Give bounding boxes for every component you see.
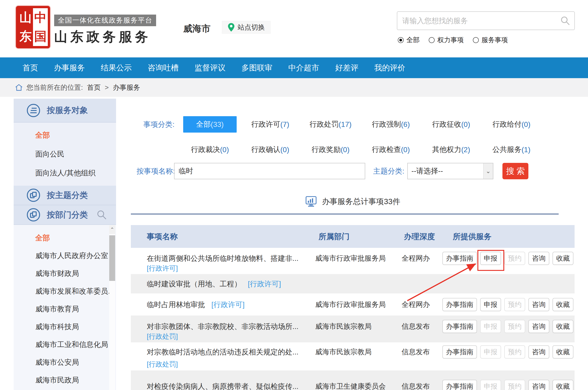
consult-button[interactable]: 咨询 xyxy=(528,252,549,265)
category-tab[interactable]: 公共服务(1) xyxy=(481,142,542,158)
category-tab-count: (2) xyxy=(461,146,470,154)
radio-icon[interactable] xyxy=(473,37,479,43)
nav-item[interactable]: 多图联审 xyxy=(234,63,280,73)
search-scope-option[interactable]: 服务事项 xyxy=(473,36,508,45)
item-name-link[interactable]: 在街道两侧和公共场所临时堆放物料、搭建非... xyxy=(147,253,299,263)
nav-item[interactable]: 结果公示 xyxy=(93,63,140,73)
department-item[interactable]: 全部 xyxy=(14,229,116,247)
category-tab[interactable]: 行政确认(0) xyxy=(240,142,300,158)
consult-button[interactable]: 咨询 xyxy=(528,298,549,311)
consult-button[interactable]: 咨询 xyxy=(528,380,549,390)
item-name-link[interactable]: 对宗教临时活动地点的活动违反相关规定的处... xyxy=(147,347,299,357)
department-item[interactable]: 威海市公安局 xyxy=(14,353,116,371)
breadcrumb-separator: > xyxy=(105,84,109,91)
current-city-label: 威海市 xyxy=(183,22,210,35)
category-tab-label: 行政检查 xyxy=(372,145,401,155)
search-icon[interactable] xyxy=(560,16,570,26)
seal-char: 中 xyxy=(33,8,48,27)
topic-select-value: --请选择-- xyxy=(408,166,483,176)
item-depth: 信息发布 xyxy=(402,381,443,390)
sidebar-item[interactable]: 面向公民 xyxy=(14,145,116,164)
guide-button[interactable]: 办事指南 xyxy=(442,298,477,311)
department-item[interactable]: 威海市发展和改革委员... xyxy=(14,282,116,300)
service-target-list: 全部面向公民面向法人/其他组织 xyxy=(14,123,116,186)
scrollbar-thumb[interactable] xyxy=(109,235,115,281)
category-tab-label: 行政给付 xyxy=(492,119,522,129)
site-switch-button[interactable]: 站点切换 xyxy=(222,21,271,34)
department-item[interactable]: 威海市民政局 xyxy=(14,371,116,389)
department-list-panel: 全部威海市人民政府办公室威海市财政局威海市发展和改革委员...威海市教育局威海市… xyxy=(14,225,116,390)
guide-button[interactable]: 办事指南 xyxy=(442,320,477,333)
nav-item[interactable]: 首页 xyxy=(15,63,46,73)
item-name-link[interactable]: 对非宗教团体、非宗教院校、非宗教活动场所... xyxy=(147,321,299,332)
sidebar-item[interactable]: 面向法人/其他组织 xyxy=(14,164,116,183)
topic-select[interactable]: --请选择-- ⌄ xyxy=(407,163,493,179)
sidebar-section-service-target[interactable]: 按服务对象 xyxy=(14,99,116,123)
sidebar-item[interactable]: 全部 xyxy=(14,126,116,145)
breadcrumb-current[interactable]: 办事服务 xyxy=(113,83,140,92)
favorite-button[interactable]: 收藏 xyxy=(552,252,573,265)
apply-button[interactable]: 申报 xyxy=(480,252,501,265)
breadcrumb-home-link[interactable]: 首页 xyxy=(87,83,101,92)
favorite-button[interactable]: 收藏 xyxy=(552,320,573,333)
nav-item[interactable]: 办事服务 xyxy=(46,63,93,73)
category-tab[interactable]: 行政奖励(0) xyxy=(300,142,361,158)
department-item[interactable]: 威海市科技局 xyxy=(14,318,116,336)
department-item[interactable]: 威海市财政局 xyxy=(14,264,116,282)
theme-category-icon xyxy=(27,189,40,202)
guide-button[interactable]: 办事指南 xyxy=(442,380,477,390)
category-tab[interactable]: 行政强制(6) xyxy=(361,116,421,133)
nav-item[interactable]: 咨询吐槽 xyxy=(140,63,187,73)
category-tab[interactable]: 行政裁决(0) xyxy=(180,142,240,158)
consult-button[interactable]: 咨询 xyxy=(528,345,549,359)
item-name-link[interactable]: 临时建设审批（用地、工程）[行政许可] xyxy=(147,279,281,289)
department-item[interactable]: 威海市教育局 xyxy=(14,300,116,318)
sidebar-section-theme[interactable]: 按主题分类 xyxy=(14,186,116,205)
category-tab-label: 其他权力 xyxy=(432,145,461,155)
item-name-link[interactable]: 对检疫传染病病人、病原携带者、疑似检疫传... xyxy=(147,381,299,390)
search-scope-option[interactable]: 权力事项 xyxy=(429,36,464,45)
category-tab-count: (1) xyxy=(522,146,530,154)
sidebar-section-title: 按部门分类 xyxy=(47,209,88,221)
guide-button[interactable]: 办事指南 xyxy=(442,345,477,359)
nav-item[interactable]: 监督评议 xyxy=(187,63,234,73)
category-tab[interactable]: 全部(33) xyxy=(183,116,237,133)
department-item[interactable]: 威海市工业和信息化局 xyxy=(14,336,116,353)
page: 山 中 东 国 全国一体化在线政务服务平台 山东政务服务 威海市 站点切换 xyxy=(0,0,588,390)
category-tab[interactable]: 行政检查(0) xyxy=(361,142,421,158)
search-button[interactable]: 搜 索 xyxy=(503,163,528,179)
table-row: 临时建设审批（用地、工程）[行政许可] xyxy=(131,274,575,293)
favorite-button[interactable]: 收藏 xyxy=(552,380,573,390)
department-search-icon[interactable] xyxy=(96,210,107,220)
nav-item[interactable]: 好差评 xyxy=(327,63,366,73)
table-row: 对宗教临时活动地点的活动违反相关规定的处...[行政处罚]威海市民族宗教局信息发… xyxy=(131,342,575,370)
item-department: 威海市行政审批服务局 xyxy=(315,299,395,310)
radio-icon[interactable] xyxy=(398,37,404,43)
nav-item[interactable]: 我的评价 xyxy=(366,63,413,73)
table-header-cell: 事项名称 xyxy=(147,225,178,248)
item-name-link[interactable]: 临时占用林地审批[行政许可] xyxy=(147,299,245,310)
consult-button[interactable]: 咨询 xyxy=(528,320,549,333)
item-name-input[interactable] xyxy=(174,163,365,179)
category-tab[interactable]: 行政许可(7) xyxy=(240,116,300,133)
radio-icon[interactable] xyxy=(429,37,435,43)
category-tab[interactable]: 行政给付(0) xyxy=(481,116,542,133)
category-tab[interactable]: 行政处罚(17) xyxy=(300,116,361,133)
category-filter-label: 事项分类: xyxy=(143,116,175,133)
scrollbar-up-arrow[interactable]: ⌃ xyxy=(109,225,115,234)
guide-button[interactable]: 办事指南 xyxy=(442,252,477,265)
favorite-button[interactable]: 收藏 xyxy=(552,345,573,359)
nav-item[interactable]: 中介超市 xyxy=(280,63,327,73)
category-tab[interactable]: 其他权力(2) xyxy=(421,142,481,158)
category-tab[interactable]: 行政征收(0) xyxy=(421,116,481,133)
global-search-input[interactable] xyxy=(397,12,560,30)
department-item[interactable]: 威海市人民政府办公室 xyxy=(14,247,116,264)
favorite-button[interactable]: 收藏 xyxy=(552,298,573,311)
apply-button[interactable]: 申报 xyxy=(480,298,501,311)
sidebar-section-department[interactable]: 按部门分类 xyxy=(14,205,116,225)
search-scope-option[interactable]: 全部 xyxy=(398,36,420,45)
shandong-seal-logo-icon: 山 中 东 国 xyxy=(16,6,50,48)
location-pin-icon xyxy=(228,23,235,32)
table-row: 对非宗教团体、非宗教院校、非宗教活动场所...[行政处罚]威海市民族宗教局信息发… xyxy=(131,316,575,342)
category-tab-label: 行政奖励 xyxy=(312,145,341,155)
